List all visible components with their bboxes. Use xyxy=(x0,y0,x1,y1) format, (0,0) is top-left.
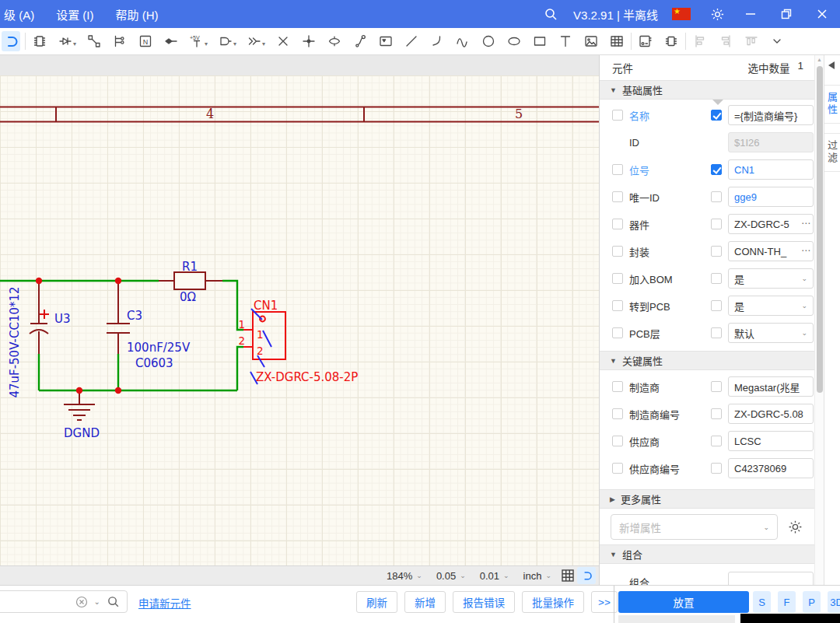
spn-input[interactable] xyxy=(728,458,814,478)
collapse-panel-icon[interactable] xyxy=(828,61,835,69)
bom-show-checkbox[interactable] xyxy=(612,273,623,284)
pin-wizard-icon[interactable] xyxy=(662,31,681,51)
draw-pen-icon[interactable] xyxy=(351,31,369,51)
line-icon[interactable] xyxy=(402,31,421,51)
section-group[interactable]: ▼组合 xyxy=(600,544,814,564)
footprint-visible-checkbox[interactable] xyxy=(711,246,722,257)
bus-entry-icon[interactable] xyxy=(245,31,264,51)
ellipse-icon[interactable] xyxy=(505,31,523,51)
u3-value[interactable]: 47uF-50V-CC10*12 xyxy=(8,286,22,397)
arc-icon[interactable] xyxy=(428,31,446,51)
search-icon[interactable] xyxy=(533,0,569,28)
table-icon[interactable] xyxy=(607,31,626,51)
diode-icon[interactable] xyxy=(56,31,75,51)
schematic-drawing[interactable]: 4 5 xyxy=(0,55,599,565)
footprint-browse-button[interactable]: ⋯ xyxy=(801,245,811,256)
cn1-device-label[interactable]: ZX-DGRC-5.08-2P xyxy=(256,370,358,384)
bezier-icon[interactable] xyxy=(453,31,472,51)
uid-input[interactable] xyxy=(728,187,814,207)
mfr-visible-checkbox[interactable] xyxy=(711,381,722,392)
supplier-show-checkbox[interactable] xyxy=(612,436,623,446)
mfr-show-checkbox[interactable] xyxy=(612,381,623,392)
mpn-input[interactable] xyxy=(728,404,814,424)
place-button[interactable]: 放置 xyxy=(618,591,749,613)
dgnd-label[interactable]: DGND xyxy=(64,426,100,440)
close-button[interactable] xyxy=(804,0,840,28)
spn-show-checkbox[interactable] xyxy=(612,463,623,474)
footprint-show-checkbox[interactable] xyxy=(612,246,623,257)
highlight-net-icon[interactable] xyxy=(325,31,344,51)
alt-grid-select[interactable]: 0.01⌄ xyxy=(473,570,516,582)
section-key-properties[interactable]: ▼关键属性 xyxy=(600,351,814,370)
chevron-down-icon[interactable]: ▾ xyxy=(73,40,76,47)
capacitor-u3[interactable] xyxy=(30,282,48,354)
resistor-r1[interactable] xyxy=(159,272,222,289)
toolbar-more-icon[interactable] xyxy=(768,31,786,51)
apply-new-component-link[interactable]: 申请新元件 xyxy=(138,595,191,611)
supplier-visible-checkbox[interactable] xyxy=(711,436,722,446)
ground-dgnd[interactable] xyxy=(64,390,95,420)
junction-icon[interactable] xyxy=(299,31,318,51)
c3-designator[interactable]: C3 xyxy=(127,309,142,323)
canvas-attr-icon[interactable] xyxy=(577,567,596,584)
section-more-properties[interactable]: ▶更多属性 xyxy=(600,489,814,509)
layer-show-checkbox[interactable] xyxy=(612,327,623,338)
rect-icon[interactable] xyxy=(530,31,549,51)
pcb-view-button[interactable]: P xyxy=(803,591,821,613)
circle-icon[interactable] xyxy=(479,31,498,51)
gate-icon[interactable] xyxy=(216,31,235,51)
r1-designator[interactable]: R1 xyxy=(182,260,198,274)
menu-advanced[interactable]: 级 (A) xyxy=(0,6,45,23)
name-show-checkbox[interactable] xyxy=(612,110,623,121)
bom-visible-checkbox[interactable] xyxy=(711,273,722,284)
layer-visible-checkbox[interactable] xyxy=(711,327,722,338)
symbol-wizard-icon[interactable] xyxy=(636,31,655,51)
supplier-input[interactable] xyxy=(728,431,814,451)
power-flag-icon[interactable]: +5V xyxy=(187,31,206,51)
mpn-visible-checkbox[interactable] xyxy=(711,408,722,419)
mpn-show-checkbox[interactable] xyxy=(612,408,623,419)
name-visible-checkbox[interactable] xyxy=(711,110,722,121)
threed-view-button[interactable]: 3D xyxy=(828,591,840,613)
add-attribute-select[interactable]: 新增属性⌄ xyxy=(611,514,778,540)
grid-size-select[interactable]: 0.05⌄ xyxy=(429,570,473,582)
add-new-button[interactable]: 新增 xyxy=(404,591,446,613)
grid-style-icon[interactable] xyxy=(558,567,577,584)
unit-select[interactable]: inch⌄ xyxy=(516,570,558,582)
report-error-button[interactable]: 报告错误 xyxy=(453,591,515,613)
net-flag-icon[interactable] xyxy=(110,31,129,51)
layer-select[interactable]: 默认⌄ xyxy=(728,323,814,343)
net-port-icon[interactable] xyxy=(85,31,103,51)
minimize-button[interactable] xyxy=(733,0,768,28)
topcb-select[interactable]: 是⌄ xyxy=(728,296,814,316)
frame-icon[interactable] xyxy=(376,31,395,51)
batch-operation-button[interactable]: 批量操作 xyxy=(522,591,584,613)
chevron-down-icon[interactable]: ⌄ xyxy=(94,597,100,606)
menu-help[interactable]: 帮助 (H) xyxy=(105,6,170,23)
canvas-icon[interactable] xyxy=(2,31,20,51)
scroll-up-icon[interactable]: ▲ xyxy=(817,57,822,62)
restore-button[interactable] xyxy=(768,0,804,28)
section-basic-properties[interactable]: ▼基础属性 xyxy=(600,80,814,100)
chevron-down-icon[interactable]: ▾ xyxy=(262,40,265,47)
cn1-designator[interactable]: CN1 xyxy=(254,299,278,313)
net-label-icon[interactable]: N xyxy=(136,31,155,51)
schematic-view-button[interactable]: S xyxy=(753,591,771,613)
topcb-show-checkbox[interactable] xyxy=(612,300,623,311)
mfr-input[interactable] xyxy=(728,376,814,397)
footprint-view-button[interactable]: F xyxy=(778,591,796,613)
tab-filter[interactable]: 过滤 xyxy=(824,133,840,172)
tab-attributes[interactable]: 属性 xyxy=(824,85,840,124)
net-probe-icon[interactable] xyxy=(162,31,180,51)
panel-scrollbar[interactable]: ▲ xyxy=(814,55,824,585)
chevron-down-icon[interactable]: ▾ xyxy=(233,40,236,47)
chevron-down-icon[interactable]: ▾ xyxy=(205,40,208,47)
image-icon[interactable] xyxy=(582,31,600,51)
search-icon[interactable] xyxy=(107,595,120,608)
designator-visible-checkbox[interactable] xyxy=(711,164,722,175)
attribute-settings-gear-icon[interactable] xyxy=(787,519,803,535)
c3-value[interactable]: 100nF/25V xyxy=(127,341,191,355)
menu-settings[interactable]: 设置 (I) xyxy=(45,6,104,23)
wires[interactable] xyxy=(0,281,243,390)
schematic-canvas[interactable]: 4 5 xyxy=(0,55,599,565)
